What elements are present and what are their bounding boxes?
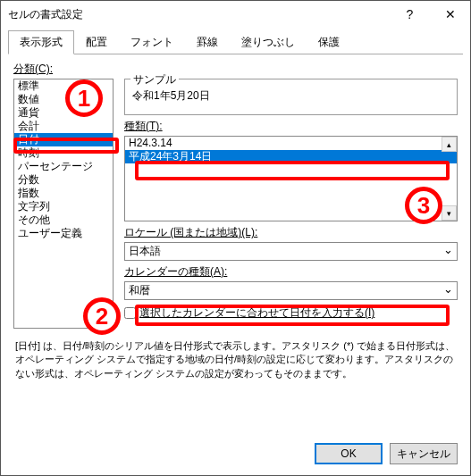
category-label: 分類(C): (13, 62, 458, 77)
category-item-date[interactable]: 日付 (14, 133, 113, 146)
cancel-button[interactable]: キャンセル (390, 443, 458, 464)
sample-box: サンプル 令和1年5月20日 (124, 79, 458, 115)
ok-button[interactable]: OK (315, 443, 383, 464)
locale-select[interactable]: 日本語 (124, 242, 458, 261)
category-item[interactable]: 時刻 (14, 146, 113, 160)
description-text: [日付] は、日付/時刻のシリアル値を日付形式で表示します。アスタリスク (*)… (15, 339, 456, 380)
category-item[interactable]: 数値 (14, 93, 113, 106)
locale-label: ロケール (国または地域)(L): (124, 225, 458, 240)
tab-alignment[interactable]: 配置 (74, 30, 119, 54)
category-item[interactable]: 会計 (14, 120, 113, 133)
type-list[interactable]: H24.3.14 平成24年3月14日 ▴ ▾ (124, 136, 458, 221)
close-icon[interactable]: ✕ (430, 1, 470, 28)
sample-title: サンプル (130, 72, 179, 88)
category-item[interactable]: 標準 (14, 79, 113, 93)
category-list[interactable]: 標準 数値 通貨 会計 日付 時刻 パーセンテージ 分数 指数 文字列 その他 … (13, 79, 114, 329)
tab-format[interactable]: 表示形式 (8, 30, 74, 54)
type-item-selected[interactable]: 平成24年3月14日 (125, 150, 457, 163)
type-label: 種類(T): (124, 119, 458, 134)
calendar-checkbox-label: 選択したカレンダーに合わせて日付を入力する(I) (139, 305, 374, 321)
category-item[interactable]: 通貨 (14, 106, 113, 120)
tab-bar: 表示形式 配置 フォント 罫線 塗りつぶし 保護 (8, 29, 463, 54)
category-item[interactable]: 分数 (14, 173, 113, 187)
type-item[interactable]: H24.3.14 (125, 137, 457, 150)
category-item[interactable]: 指数 (14, 187, 113, 200)
category-item[interactable]: 文字列 (14, 200, 113, 213)
scroll-down-icon[interactable]: ▾ (442, 205, 457, 221)
calendar-label: カレンダーの種類(A): (124, 264, 458, 280)
window-title: セルの書式設定 (8, 7, 83, 22)
tab-font[interactable]: フォント (119, 30, 185, 54)
tab-border[interactable]: 罫線 (185, 30, 230, 54)
calendar-select[interactable]: 和暦 (124, 281, 458, 300)
tab-protection[interactable]: 保護 (307, 30, 351, 54)
category-item[interactable]: その他 (14, 213, 113, 227)
calendar-input-checkbox[interactable] (124, 307, 136, 319)
tab-fill[interactable]: 塗りつぶし (230, 30, 307, 54)
category-item[interactable]: ユーザー定義 (14, 227, 113, 240)
help-icon[interactable]: ? (390, 1, 430, 28)
category-item[interactable]: パーセンテージ (14, 160, 113, 173)
sample-value: 令和1年5月20日 (132, 89, 210, 102)
scroll-up-icon[interactable]: ▴ (442, 137, 457, 152)
